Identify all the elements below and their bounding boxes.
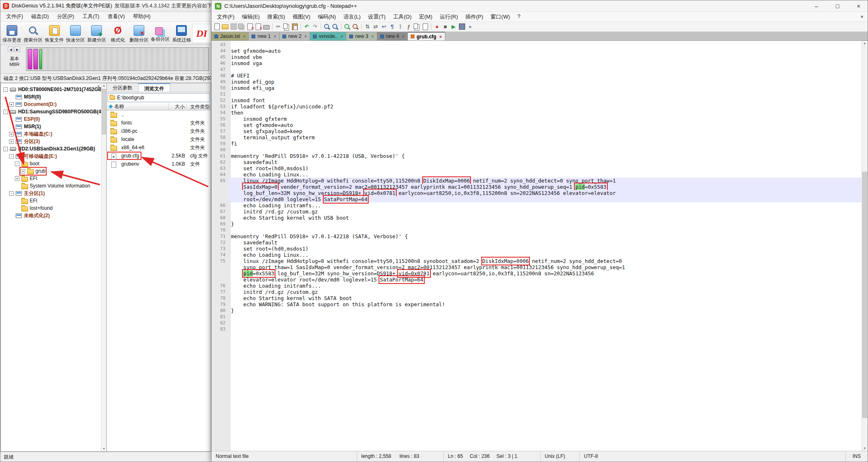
document-tab[interactable]: new 1×: [249, 32, 279, 40]
editor-row[interactable]: 58 terminal_output gfxterm: [212, 134, 861, 141]
editor-row[interactable]: 79 echo WARNING: SATA boot support on th…: [212, 301, 861, 307]
macro-save-icon[interactable]: [458, 23, 466, 30]
file-panel-tab[interactable]: 浏览文件: [139, 83, 170, 92]
code-line[interactable]: echo WARNING: SATA boot support on this …: [228, 301, 861, 307]
editor-row[interactable]: 48# UEFI: [212, 73, 861, 79]
tree-item[interactable]: +Document(D:): [1, 101, 106, 108]
scroll-down-icon[interactable]: ▼: [862, 446, 868, 451]
tree-expander-icon[interactable]: -: [9, 154, 14, 159]
redo-icon[interactable]: ↷: [311, 23, 319, 30]
run-multi-icon[interactable]: »: [466, 23, 474, 30]
tree-item[interactable]: 未格式化(2): [1, 212, 106, 219]
column-header-type[interactable]: 文件类型: [187, 103, 211, 110]
paste-icon[interactable]: [291, 23, 299, 30]
file-row[interactable]: locale文件夹: [107, 135, 211, 143]
editor-scrollbar[interactable]: ▲ ▼: [861, 41, 868, 451]
editor-row[interactable]: 65 linux /zImage HddHotplug=0 withefi co…: [212, 178, 861, 184]
code-line[interactable]: insmod font: [228, 97, 861, 103]
find-icon[interactable]: [323, 23, 331, 30]
editor-row[interactable]: 49insmod efi_gop: [212, 79, 861, 85]
npp-menu-item[interactable]: 设置(T): [365, 12, 390, 21]
npp-menu-item[interactable]: ?: [514, 12, 524, 21]
code-line[interactable]: initrd /rd.gz /custom.gz: [228, 289, 861, 295]
search-partition-button[interactable]: 搜索分区: [22, 23, 43, 43]
disk-prev-button[interactable]: ◀: [8, 47, 14, 52]
editor-row[interactable]: 53if loadfont ${prefix}/unicode.pf2: [212, 103, 861, 110]
code-line[interactable]: set root=(hd0,msdos1): [228, 246, 861, 252]
system-migrate-button[interactable]: 系统迁移: [171, 23, 192, 43]
save-changes-button[interactable]: 保存更改: [1, 23, 22, 43]
recover-files-button[interactable]: 恢复文件: [44, 23, 65, 43]
npp-menu-item[interactable]: 插件(P): [462, 12, 487, 21]
tree-expander-icon[interactable]: -: [15, 162, 19, 166]
print-icon[interactable]: [263, 23, 270, 30]
tree-expander-icon[interactable]: -: [3, 110, 8, 114]
code-line[interactable]: [228, 42, 861, 48]
tree-expander-icon[interactable]: -: [3, 147, 8, 151]
code-line[interactable]: menuentry 'RedPill DS918+ v7.0.1-42218 (…: [228, 233, 861, 239]
editor-row[interactable]: 47: [212, 66, 861, 73]
tree-item[interactable]: -主分区(1): [1, 190, 106, 197]
dg-menu-item[interactable]: 磁盘(D): [27, 12, 53, 21]
editor-row[interactable]: 60: [212, 147, 861, 153]
npp-titlebar[interactable]: C:\Users\Jason\Desktop\synology\grub.cfg…: [212, 0, 868, 12]
code-line[interactable]: [228, 227, 861, 233]
editor-row[interactable]: SasIdxMap=0 vender_format_version=2 mac2…: [212, 184, 861, 190]
editor-row[interactable]: 69}: [212, 221, 861, 227]
document-tab[interactable]: vxnode..×: [310, 32, 346, 40]
editor[interactable]: 4344set gfxmode=auto45insmod vbe46insmod…: [212, 41, 861, 451]
editor-row[interactable]: 56 set gfxmode=auto: [212, 122, 861, 128]
code-line[interactable]: insmod efi_uga: [228, 85, 861, 91]
scrollbar-thumb[interactable]: [102, 89, 106, 134]
tree-scrollbar[interactable]: ▲ ▼: [101, 83, 106, 451]
code-line[interactable]: elevator=elevator root=/dev/md0 loglevel…: [228, 277, 861, 283]
code-line[interactable]: [228, 91, 861, 97]
tab-close-icon[interactable]: ×: [371, 34, 374, 39]
indent-guide-icon[interactable]: ⋮: [397, 23, 404, 30]
zoom-in-icon[interactable]: [343, 23, 351, 30]
minimize-button[interactable]: –: [807, 0, 826, 12]
tree-expander-icon[interactable]: +: [9, 139, 14, 144]
doc-map-icon[interactable]: [413, 23, 421, 30]
macro-stop-icon[interactable]: ■: [442, 23, 449, 30]
editor-row[interactable]: 82: [212, 320, 861, 326]
tree-item[interactable]: +EFI: [1, 175, 106, 182]
file-row[interactable]: grub.cfg2.5KBcfg 文件: [107, 152, 211, 160]
tree-item[interactable]: +grub: [1, 167, 106, 175]
code-line[interactable]: syno_port_thaw=1 SasIdxMap=0 vender_form…: [228, 264, 861, 270]
quick-partition-button[interactable]: 快速分区: [65, 23, 86, 43]
save-icon[interactable]: [230, 23, 237, 30]
editor-row[interactable]: elevator=elevator root=/dev/md0 loglevel…: [212, 277, 861, 283]
document-tab[interactable]: new 3×: [346, 32, 377, 40]
editor-row[interactable]: 43: [212, 42, 861, 48]
copy-icon[interactable]: [283, 23, 290, 30]
code-line[interactable]: [228, 320, 861, 326]
editor-row[interactable]: 62 savedefault: [212, 159, 861, 165]
code-line[interactable]: insmod gfxterm: [228, 116, 861, 122]
editor-row[interactable]: 55 insmod gfxterm: [212, 116, 861, 122]
editor-row[interactable]: root=/dev/md0 loglevel=15 SataPortMap=64: [212, 196, 861, 202]
editor-row[interactable]: 70: [212, 227, 861, 233]
tree-item[interactable]: +分区(3): [1, 138, 106, 145]
tree-item[interactable]: -RD2:USBSanDisk3.2Gen1(29GB): [1, 145, 106, 152]
code-line[interactable]: initrd /rd.gz /custom.gz: [228, 209, 861, 215]
code-line[interactable]: pid=0x5583 log_buf_len=32M syno_hw_versi…: [228, 270, 861, 277]
tree-item[interactable]: +本地磁盘(C:): [1, 130, 106, 138]
editor-row[interactable]: 75 linux /zImage HddHotplug=0 withefi co…: [212, 258, 861, 264]
editor-row[interactable]: syno_port_thaw=1 SasIdxMap=0 vender_form…: [212, 264, 861, 270]
editor-row[interactable]: 63 set root=(hd0,msdos1): [212, 165, 861, 171]
tree-item[interactable]: ESP(0): [1, 115, 106, 123]
npp-menu-item[interactable]: 语言(L): [340, 12, 365, 21]
dg-menu-item[interactable]: 帮助(H): [129, 12, 155, 21]
editor-row[interactable]: 50insmod efi_uga: [212, 85, 861, 91]
close-icon[interactable]: [246, 23, 254, 30]
editor-row[interactable]: 71menuentry 'RedPill DS918+ v7.0.1-42218…: [212, 233, 861, 239]
document-tab[interactable]: new 2×: [280, 32, 310, 40]
editor-row[interactable]: pid=0x5583 log_buf_len=32M syno_hw_versi…: [212, 270, 861, 277]
path-bar[interactable]: E:\boot\grub: [108, 93, 210, 102]
editor-row[interactable]: log_buf_len=32M syno_hw_version=DS918+ v…: [212, 190, 861, 196]
backup-partition-button[interactable]: 备份分区: [150, 24, 171, 42]
show-symbols-icon[interactable]: ¶: [388, 23, 396, 30]
tree-item[interactable]: EFI: [1, 197, 106, 204]
scroll-up-icon[interactable]: ▲: [862, 41, 868, 46]
